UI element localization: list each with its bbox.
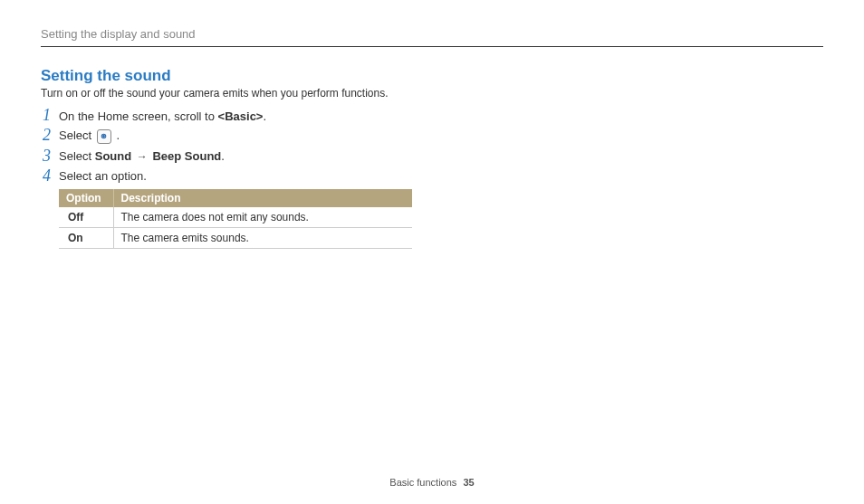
- document-page: Setting the display and sound Setting th…: [0, 0, 864, 249]
- step-text: On the Home screen, scroll to <Basic>.: [59, 109, 266, 123]
- arrow-icon: →: [137, 150, 148, 163]
- text-segment: .: [221, 149, 225, 163]
- step-text: Select .: [59, 128, 120, 144]
- option-name-cell: On: [59, 227, 113, 248]
- table-row: Off The camera does not emit any sounds.: [59, 207, 412, 228]
- text-bold: <Basic>: [218, 109, 264, 123]
- step-number: 2: [43, 127, 59, 143]
- step-text: Select Sound → Beep Sound.: [59, 149, 225, 163]
- text-segment: Select: [59, 128, 95, 142]
- footer-section: Basic functions: [389, 477, 456, 488]
- text-bold: Beep Sound: [152, 149, 221, 163]
- step-text: Select an option.: [59, 169, 147, 183]
- option-name-cell: Off: [59, 207, 113, 228]
- page-number: 35: [463, 477, 474, 488]
- option-description-cell: The camera does not emit any sounds.: [113, 207, 412, 228]
- step-1: 1 On the Home screen, scroll to <Basic>.: [43, 109, 823, 123]
- text-bold: Sound: [95, 149, 131, 163]
- step-number: 4: [43, 167, 59, 184]
- section-description: Turn on or off the sound your camera emi…: [41, 87, 823, 100]
- section-title: Setting the sound: [41, 67, 823, 85]
- settings-icon: [97, 129, 111, 144]
- breadcrumb: Setting the display and sound: [41, 27, 823, 47]
- step-2: 2 Select .: [43, 128, 823, 144]
- text-segment: .: [116, 128, 120, 142]
- column-header-option: Option: [59, 189, 113, 207]
- table-row: On The camera emits sounds.: [59, 227, 412, 248]
- column-header-description: Description: [113, 189, 412, 207]
- text-segment: Select: [59, 149, 95, 163]
- step-3: 3 Select Sound → Beep Sound.: [43, 149, 823, 164]
- page-footer: Basic functions 35: [0, 477, 864, 488]
- text-segment: .: [263, 109, 266, 123]
- step-4: 4 Select an option.: [43, 169, 823, 184]
- options-table: Option Description Off The camera does n…: [59, 189, 412, 249]
- option-description-cell: The camera emits sounds.: [113, 227, 412, 248]
- svg-point-1: [103, 136, 105, 138]
- step-list: 1 On the Home screen, scroll to <Basic>.…: [41, 109, 823, 184]
- step-number: 1: [43, 107, 59, 123]
- step-number: 3: [43, 147, 59, 164]
- table-header-row: Option Description: [59, 189, 412, 207]
- text-segment: On the Home screen, scroll to: [59, 109, 218, 123]
